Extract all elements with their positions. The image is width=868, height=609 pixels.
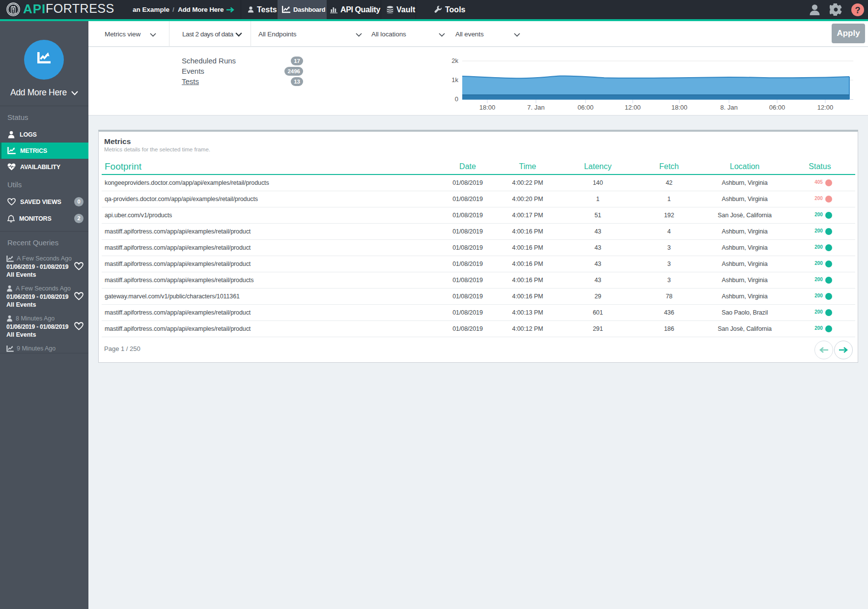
svg-text:12:00: 12:00: [625, 104, 641, 111]
svg-text:18:00: 18:00: [672, 104, 688, 111]
svg-text:06:00: 06:00: [769, 104, 785, 111]
svg-text:0: 0: [455, 95, 458, 103]
svg-text:1k: 1k: [451, 76, 458, 84]
svg-text:12:00: 12:00: [817, 104, 834, 111]
svg-text:8. Jan: 8. Jan: [720, 104, 737, 111]
svg-text:7. Jan: 7. Jan: [527, 104, 544, 111]
svg-text:?: ?: [855, 5, 861, 15]
svg-text:18:00: 18:00: [479, 104, 496, 111]
svg-text:2k: 2k: [451, 57, 458, 64]
svg-text:06:00: 06:00: [578, 104, 594, 111]
